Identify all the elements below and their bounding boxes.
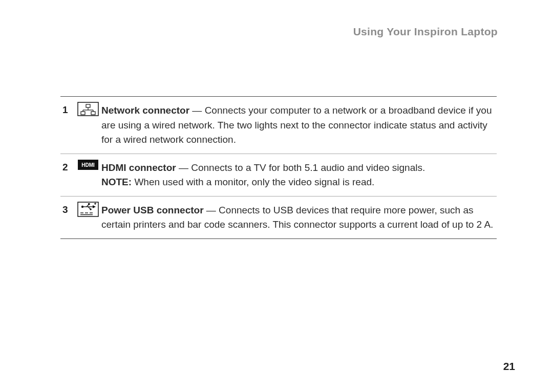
row-description: HDMI connector — Connects to a TV for bo… <box>101 159 495 190</box>
icon-cell: HDMI <box>75 159 101 190</box>
row-number: 2 <box>62 159 75 190</box>
note-body: When used with a monitor, only the video… <box>132 177 374 187</box>
connector-title: HDMI connector <box>101 162 176 173</box>
connector-body: — Connects to a TV for both 5.1 audio an… <box>176 162 426 173</box>
row-description: Network connector — Connects your comput… <box>101 102 495 147</box>
svg-rect-15 <box>88 203 90 205</box>
svg-rect-1 <box>86 104 90 107</box>
table-row: 1 Network connector — Conne <box>60 97 497 154</box>
power-usb-icon <box>77 202 99 217</box>
svg-rect-6 <box>81 112 85 115</box>
icon-cell <box>75 102 101 147</box>
section-header: Using Your Inspiron Laptop <box>353 26 498 38</box>
document-page: Using Your Inspiron Laptop 1 <box>0 0 553 392</box>
svg-point-11 <box>81 205 83 207</box>
note-label: NOTE: <box>101 177 132 187</box>
svg-marker-13 <box>93 205 96 208</box>
row-number: 1 <box>62 102 75 147</box>
hdmi-icon: HDMI <box>77 159 99 170</box>
row-description: Power USB connector — Connects to USB de… <box>101 202 495 232</box>
table-row: 2 HDMI HDMI connector — Connects to a TV… <box>60 154 497 196</box>
svg-point-17 <box>90 208 92 210</box>
table-row: 3 <box>60 196 497 238</box>
page-number: 21 <box>503 360 515 373</box>
svg-text:HDMI: HDMI <box>81 162 95 168</box>
connector-table: 1 Network connector — Conne <box>60 96 497 239</box>
icon-cell <box>75 202 101 232</box>
row-number: 3 <box>62 202 75 232</box>
svg-rect-7 <box>91 112 95 115</box>
connector-title: Power USB connector <box>101 205 204 215</box>
connector-title: Network connector <box>101 105 189 116</box>
network-icon <box>77 102 99 116</box>
